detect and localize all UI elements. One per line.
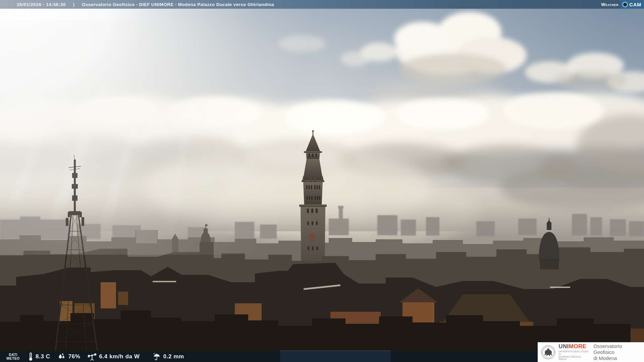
weathercam-logo[interactable]: Weather CAM [601, 0, 644, 9]
rain-value: 0.2 mm [163, 353, 184, 360]
camera-lens-icon [622, 2, 628, 7]
osd-top-bar: 26/01/2026 - 14:56:30 | Osservatorio Geo… [0, 0, 644, 9]
wordmark-more: MORE [569, 343, 587, 350]
weathercam-logo-cam: CAM [629, 2, 641, 7]
wind-value: 6.4 km/h da W [99, 353, 140, 360]
meteo-label: DATI METEO [5, 353, 21, 360]
wordmark-uni: UNI [558, 343, 569, 350]
humidity-drops-icon [57, 353, 66, 361]
observatory-name: Osservatorio Geofisico di Modena [593, 343, 641, 361]
meteo-label-line1: DATI [5, 353, 21, 357]
temperature-value: 8.3 C [36, 353, 50, 360]
webcam-page: 26/01/2026 - 14:56:30 | Osservatorio Geo… [0, 0, 644, 362]
separator: | [73, 2, 74, 7]
weathercam-logo-weather: Weather [601, 2, 619, 7]
unimore-wordmark: UNIMORE UNIVERSITÀ DEGLI STUDI DI MODENA… [558, 344, 589, 360]
datetime-text: 26/01/2026 - 14:56:30 [17, 2, 66, 7]
university-name-line1: UNIVERSITÀ DEGLI STUDI DI [558, 350, 589, 355]
webcam-photo [0, 0, 644, 362]
observatory-name-line1: Osservatorio Geofisico [593, 343, 641, 355]
humidity-reading: 76% [57, 353, 80, 361]
thermometer-icon [28, 352, 33, 361]
university-name-line2: MODENA E REGGIO EMILIA [558, 356, 589, 361]
anemometer-icon [88, 353, 97, 361]
humidity-value: 76% [68, 353, 80, 360]
unimore-branding-box[interactable]: UNIMORE UNIVERSITÀ DEGLI STUDI DI MODENA… [538, 342, 644, 362]
meteo-label-line2: METEO [5, 357, 21, 360]
rain-reading: 0.2 mm [153, 353, 184, 361]
umbrella-rain-icon [153, 353, 161, 361]
observatory-name-line2: di Modena [593, 355, 641, 361]
weathercam-logo-panel: CAM [620, 0, 644, 9]
wind-reading: 6.4 km/h da W [88, 353, 140, 361]
unimore-seal-icon [541, 345, 555, 360]
page-title: Osservatorio Geofisico - DIEF UNIMORE - … [82, 2, 274, 7]
temperature-reading: 8.3 C [28, 352, 50, 361]
